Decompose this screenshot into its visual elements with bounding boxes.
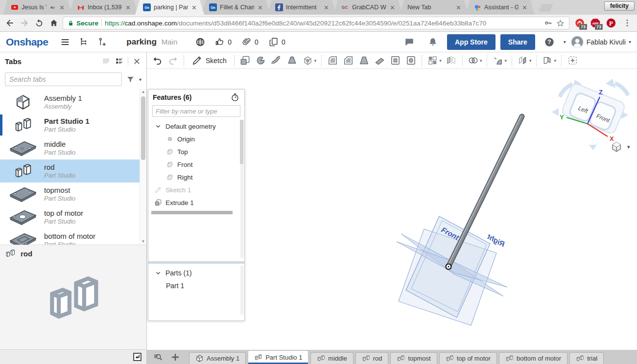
browser-tab[interactable]: New Tab — [400, 0, 469, 15]
chevron-down-icon[interactable]: ▾ — [504, 58, 507, 63]
share-button[interactable]: Share — [500, 34, 535, 50]
public-globe-icon[interactable] — [195, 37, 206, 47]
chevron-down-icon[interactable] — [154, 269, 162, 277]
close-tab-icon[interactable] — [455, 4, 462, 11]
feature-tree-row[interactable]: Extrude 1 — [148, 196, 244, 209]
browser-tab[interactable]: GCGrabCAD Wo — [333, 0, 402, 15]
fillet-tool-button[interactable] — [325, 53, 340, 68]
rotate-down-arrow[interactable] — [589, 145, 597, 150]
view-options-caret-icon[interactable]: ▾ — [627, 144, 630, 150]
tab-list-item[interactable]: Assembly 1Assembly — [0, 91, 146, 114]
view-cube[interactable]: Left Front Z Y X ▾ — [552, 79, 630, 152]
sweep-tool-button[interactable] — [269, 53, 284, 68]
extrude-tool-button[interactable] — [238, 53, 253, 68]
browser-tab[interactable]: Intermittent — [267, 0, 336, 15]
features-scroll-track[interactable] — [240, 120, 244, 258]
address-bar[interactable]: Secure https://cad.onshape.com/documents… — [63, 17, 569, 29]
element-tab[interactable]: middle — [310, 352, 353, 364]
close-tab-icon[interactable] — [257, 4, 263, 11]
browser-menu-kebab-icon[interactable] — [621, 17, 633, 29]
element-tab[interactable]: top of motor — [439, 352, 497, 364]
mirror-tool-button[interactable] — [444, 53, 459, 68]
search-tabs-icon[interactable] — [152, 352, 163, 363]
scrollbar-thumb[interactable] — [141, 96, 145, 160]
feature-tree-row[interactable]: Front — [148, 158, 244, 171]
close-tab-icon[interactable] — [191, 4, 197, 11]
origin-marker[interactable] — [446, 264, 451, 270]
chamfer-tool-button[interactable] — [341, 53, 355, 68]
browser-tab[interactable]: Jesus Is Yo — [3, 0, 72, 15]
rib-tool-button[interactable] — [372, 53, 387, 68]
chevron-down-icon[interactable]: ▾ — [529, 58, 532, 63]
feature-tree-row[interactable]: Top — [148, 145, 244, 158]
hole-tool-button[interactable] — [403, 53, 418, 68]
boolean-tool-button[interactable]: ▾ — [466, 53, 484, 68]
feature-filter-input[interactable] — [152, 105, 240, 117]
close-panel-icon[interactable] — [132, 57, 142, 66]
chevron-down-icon[interactable]: ▾ — [439, 58, 442, 63]
chevron-down-icon[interactable]: ▾ — [554, 58, 556, 63]
sketch-button[interactable]: Sketch — [188, 53, 231, 68]
rotate-left-arrow[interactable] — [552, 108, 559, 116]
user-menu[interactable]: Fablab Kivuli ▾ — [571, 36, 631, 48]
close-tab-icon[interactable] — [323, 4, 330, 11]
help-icon[interactable]: ? — [544, 37, 555, 47]
abp-extension-icon[interactable]: ABP73 — [590, 18, 601, 28]
element-tab[interactable]: Part Studio 1 — [248, 350, 308, 364]
forward-icon[interactable] — [19, 17, 30, 29]
feature-tree-row[interactable]: Sketch 1 — [148, 183, 244, 196]
reload-icon[interactable] — [33, 17, 45, 29]
add-tab-icon[interactable] — [170, 352, 181, 363]
main-menu-hamburger-icon[interactable] — [60, 37, 71, 47]
tab-list-item[interactable]: topmostPart Studio — [0, 182, 146, 205]
chevron-down-icon[interactable]: ▾ — [480, 58, 482, 63]
scroll-down-icon[interactable]: ▼ — [142, 239, 145, 244]
copy-count[interactable]: 0 — [268, 37, 285, 47]
bookmark-star-icon[interactable] — [556, 19, 565, 28]
tab-list-item[interactable]: middlePart Studio — [0, 136, 146, 159]
parts-scroll-track[interactable] — [240, 266, 244, 315]
workspace-name[interactable]: Main — [162, 38, 178, 46]
part-row[interactable]: Part 1 — [148, 279, 244, 292]
browser-tab[interactable]: OnFillet & Cham — [201, 0, 270, 15]
modify-fillet-tool-button[interactable]: ▾ — [491, 53, 508, 68]
filter-caret-icon[interactable]: ▾ — [139, 77, 142, 82]
element-tab[interactable]: rod — [355, 352, 389, 364]
view-options-cube-icon[interactable] — [613, 142, 620, 152]
browser-tab[interactable]: Onparking | Par — [135, 0, 204, 15]
tab-list-item[interactable]: top of motorPart Studio — [0, 205, 146, 228]
back-icon[interactable] — [4, 17, 16, 29]
shell-tool-button[interactable] — [388, 53, 402, 68]
audio-speaker-icon[interactable] — [49, 4, 56, 11]
tab-list-item[interactable]: Part Studio 1Part Studio — [0, 114, 146, 136]
element-tab[interactable]: bottom of motor — [499, 352, 567, 364]
element-tab[interactable]: Assembly 1 — [189, 352, 246, 364]
dock-panel-icon[interactable] — [132, 352, 142, 362]
comments-icon[interactable] — [404, 37, 415, 47]
close-tab-icon[interactable] — [59, 4, 65, 11]
rollback-stopwatch-icon[interactable] — [230, 92, 240, 102]
app-store-button[interactable]: App Store — [447, 34, 495, 50]
like-count[interactable]: 0 — [214, 37, 232, 47]
parts-group-row[interactable]: Parts (1) — [148, 267, 244, 279]
draft-tool-button[interactable] — [356, 53, 371, 68]
close-tab-icon[interactable] — [125, 4, 131, 11]
rollback-bar[interactable] — [151, 211, 233, 214]
notifications-bell-icon[interactable] — [427, 37, 438, 47]
redo-button[interactable] — [165, 53, 180, 68]
close-tab-icon[interactable] — [521, 4, 528, 11]
custom-feature-tool-button[interactable] — [565, 53, 580, 68]
onshape-logo[interactable]: Onshape — [6, 36, 48, 48]
secure-chip[interactable]: Secure — [67, 20, 98, 27]
branch-create-icon[interactable] — [97, 37, 108, 47]
undo-button[interactable] — [150, 53, 165, 68]
filter-funnel-icon[interactable] — [126, 75, 135, 84]
close-tab-icon[interactable] — [389, 4, 396, 11]
feature-tree-row[interactable]: Right — [148, 171, 244, 183]
scroll-up-icon[interactable]: ▲ — [142, 90, 145, 94]
tab-list-item[interactable]: rodPart Studio — [0, 159, 146, 182]
link-count[interactable]: 0 — [241, 37, 259, 47]
loft-tool-button[interactable] — [285, 53, 300, 68]
feature-tree-row[interactable]: Default geometry — [148, 120, 244, 133]
element-tab[interactable]: topmost — [390, 352, 437, 364]
